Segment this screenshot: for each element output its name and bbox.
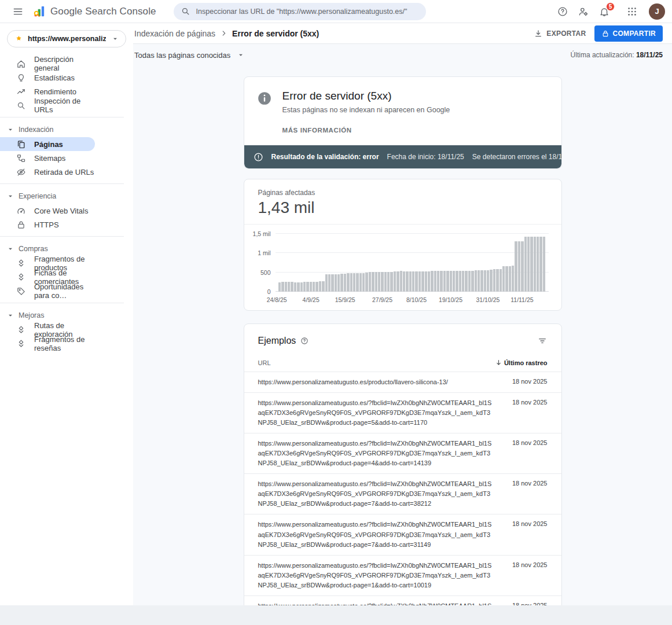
bar (487, 270, 489, 292)
filter-icon[interactable] (537, 336, 548, 346)
column-last-crawl-sort[interactable]: Último rastreo (495, 359, 548, 366)
bar (347, 273, 349, 292)
rich-result-icon (16, 339, 26, 349)
notification-badge: 5 (606, 2, 615, 11)
breadcrumb-parent[interactable]: Indexación de páginas (134, 29, 215, 38)
x-tick-label: 15/9/25 (335, 296, 355, 303)
property-selector[interactable]: https://www.personaliz… (7, 30, 126, 47)
share-button[interactable]: COMPARTIR (594, 25, 663, 42)
bar (310, 282, 312, 292)
examples-card: Ejemplos URL Último rastreo https://www.… (244, 323, 562, 605)
chevron-down-icon (6, 125, 15, 134)
bar (359, 273, 362, 292)
help-icon[interactable] (553, 2, 572, 21)
bar (443, 271, 446, 292)
page-header: Indexación de páginas Error de servidor … (133, 23, 672, 44)
bar (306, 282, 309, 292)
bar (490, 270, 492, 292)
url-cell[interactable]: https://www.personalizameatugusto.es/pro… (258, 377, 509, 387)
notifications[interactable]: 5 (594, 2, 614, 21)
help-icon[interactable] (300, 337, 309, 345)
table-row: https://www.personalizameatugusto.es/?fb… (244, 514, 561, 554)
bar (418, 271, 421, 292)
bar (530, 237, 533, 292)
apps-grid-icon[interactable] (622, 2, 642, 21)
sidebar-item-label: Fragmentos de reseñas (34, 335, 95, 352)
bar (425, 271, 427, 292)
main-area: Indexación de páginas Error de servidor … (133, 23, 672, 605)
sidebar-item-fragmentos-de-resenas[interactable]: Fragmentos de reseñas (0, 337, 95, 351)
sidebar-section-experiencia[interactable]: Experiencia (0, 189, 133, 204)
header-actions: EXPORTAR COMPARTIR (534, 25, 663, 42)
bar (369, 272, 371, 292)
menu-icon[interactable] (8, 2, 28, 21)
property-favicon (14, 35, 23, 43)
y-tick-label: 1,5 mil (253, 230, 271, 237)
app-logo[interactable]: Google Search Console (32, 5, 156, 18)
url-cell[interactable]: https://www.personalizameatugusto.es/?fb… (258, 479, 509, 509)
bar (400, 271, 402, 292)
page-title: Error de servidor (5xx) (232, 29, 319, 38)
x-tick-label: 19/10/25 (439, 296, 462, 303)
url-inspection-icon (16, 101, 26, 111)
sidebar-item-label: Estadísticas (34, 73, 75, 82)
avatar[interactable]: J (649, 3, 665, 20)
metric-value: 1,43 mil (258, 198, 548, 217)
chevron-down-icon (6, 192, 15, 201)
lock-icon (601, 30, 609, 38)
bar (415, 271, 417, 292)
bar (344, 274, 346, 292)
rich-result-icon (16, 273, 26, 282)
sidebar-item-retirada-de-urls[interactable]: Retirada de URLs (0, 165, 95, 179)
search-input[interactable] (196, 8, 419, 16)
lightbulb-icon (16, 73, 26, 83)
table-row: https://www.personalizameatugusto.es/?fb… (244, 555, 561, 595)
search-icon (181, 6, 190, 16)
status-card: Error de servidor (5xx) Estas páginas no… (244, 76, 562, 169)
bar (518, 241, 520, 292)
url-cell[interactable]: https://www.personalizameatugusto.es/?fb… (258, 561, 509, 590)
sidebar-item-https[interactable]: HTTPS (0, 218, 95, 231)
info-icon (257, 91, 272, 106)
last-crawl-cell: 18 nov 2025 (509, 520, 548, 549)
sidebar: https://www.personaliz… Descripción gene… (0, 23, 133, 605)
sidebar-item-estadisticas[interactable]: Estadísticas (0, 71, 95, 84)
x-tick-label: 27/9/25 (372, 296, 392, 303)
bar (543, 237, 545, 292)
url-cell[interactable]: https://www.personalizameatugusto.es/?fb… (258, 601, 509, 605)
url-inspection-search[interactable] (174, 3, 426, 20)
more-info-link[interactable]: MÁS INFORMACIÓN (282, 127, 450, 134)
sidebar-item-label: Descripción general (34, 55, 95, 72)
bar (493, 269, 495, 292)
url-cell[interactable]: https://www.personalizameatugusto.es/?fb… (258, 520, 509, 549)
bar (453, 271, 455, 292)
chart-card: Páginas afectadas 1,43 mil 05001 mil1,5 … (244, 179, 562, 311)
y-tick-label: 500 (260, 269, 271, 276)
x-axis: 24/8/254/9/2515/9/2527/9/258/10/2519/10/… (276, 292, 549, 306)
last-crawl-cell: 18 nov 2025 (509, 398, 548, 428)
table-row: https://www.personalizameatugusto.es/pro… (244, 372, 561, 392)
bar (315, 282, 318, 292)
sidebar-section-indexacion[interactable]: Indexación (0, 122, 133, 137)
manage-users-icon[interactable] (574, 2, 593, 21)
url-cell[interactable]: https://www.personalizameatugusto.es/?fb… (258, 439, 509, 468)
sidebar-item-paginas[interactable]: Páginas (0, 137, 95, 151)
chart-plot[interactable] (276, 234, 549, 292)
sidebar-item-inspeccion-de-urls[interactable]: Inspección de URLs (0, 98, 95, 112)
sidebar-item-oportunidades-para-co[interactable]: Oportunidades para co… (0, 284, 95, 298)
page-scope-dropdown[interactable]: Todas las páginas conocidas (134, 50, 245, 60)
bar (524, 237, 527, 292)
issue-title: Error de servidor (5xx) (282, 90, 450, 102)
table-row: https://www.personalizameatugusto.es/?fb… (244, 433, 561, 473)
y-tick-label: 0 (267, 288, 271, 295)
bar (512, 266, 514, 292)
export-button[interactable]: EXPORTAR (534, 29, 586, 38)
bar (478, 270, 480, 292)
sidebar-item-label: Rendimiento (34, 87, 76, 96)
url-cell[interactable]: https://www.personalizameatugusto.es/?fb… (258, 398, 509, 428)
sidebar-item-descripcion-general[interactable]: Descripción general (0, 57, 95, 71)
bar (509, 266, 511, 292)
bar (412, 271, 414, 292)
sidebar-item-core-web-vitals[interactable]: Core Web Vitals (0, 204, 95, 218)
sidebar-item-sitemaps[interactable]: Sitemaps (0, 151, 95, 165)
